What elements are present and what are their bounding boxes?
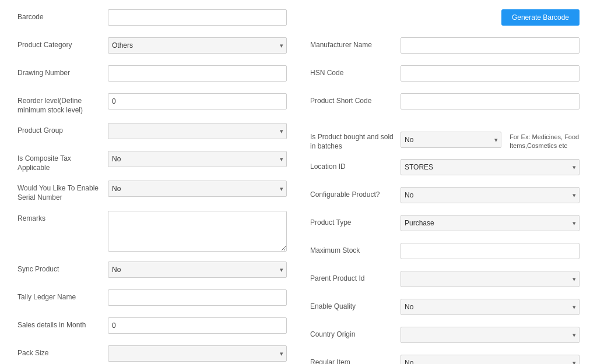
serial-number-control: No Yes	[108, 181, 287, 197]
regular-item-control: No Yes	[401, 355, 580, 364]
remarks-label: Remarks	[17, 211, 108, 224]
country-origin-select[interactable]: India China USA	[401, 327, 580, 343]
hsn-code-row: HSN Code	[310, 65, 580, 85]
tally-ledger-input[interactable]	[108, 289, 287, 306]
product-short-code-label: Product Short Code	[310, 93, 401, 106]
product-short-code-row: Product Short Code	[310, 93, 580, 113]
product-batches-inline: No Yes For Ex: Medicines, Food Items,Cos…	[401, 129, 580, 151]
product-short-code-input[interactable]	[401, 93, 580, 109]
remarks-textarea[interactable]	[108, 211, 287, 252]
manufacturer-name-input[interactable]	[401, 37, 580, 54]
enable-quality-select[interactable]: No Yes	[401, 299, 580, 315]
sync-product-label: Sync Product	[17, 261, 108, 274]
maximum-stock-input[interactable]	[401, 243, 580, 259]
barcode-control	[108, 9, 287, 26]
barcode-row: Barcode	[17, 9, 287, 29]
sync-product-select[interactable]: No Yes	[108, 261, 287, 278]
maximum-stock-label: Maximum Stock	[310, 243, 401, 256]
sync-product-select-wrapper: No Yes	[108, 261, 287, 278]
product-type-control: Purchase Sale Both	[401, 215, 580, 231]
tally-ledger-row: Tally Ledger Name	[17, 289, 287, 309]
product-category-select[interactable]: Others Electronics Food Medicines	[108, 37, 287, 54]
enable-quality-control: No Yes	[401, 299, 580, 315]
reorder-level-row: Reorder level(Define minimum stock level…	[17, 93, 287, 115]
manufacturer-name-control	[401, 37, 580, 54]
composite-tax-select[interactable]: No Yes	[108, 151, 287, 167]
pack-size-row: Pack Size 1 2 5 10	[17, 345, 287, 364]
location-id-label: Location ID	[310, 159, 401, 172]
configurable-product-select[interactable]: No Yes	[401, 187, 580, 203]
product-category-row: Product Category Others Electronics Food…	[17, 37, 287, 57]
product-type-label: Product Type	[310, 215, 401, 228]
drawing-number-label: Drawing Number	[17, 65, 108, 78]
enable-quality-row: Enable Quality No Yes	[310, 299, 580, 319]
pack-size-label: Pack Size	[17, 345, 108, 358]
country-origin-select-wrapper: India China USA	[401, 327, 580, 343]
drawing-number-input[interactable]	[108, 65, 287, 82]
product-type-select[interactable]: Purchase Sale Both	[401, 215, 580, 231]
enable-quality-label: Enable Quality	[310, 299, 401, 312]
manufacturer-name-label: Manufacturer Name	[310, 37, 401, 50]
sales-details-control	[108, 317, 287, 334]
barcode-label: Barcode	[17, 9, 108, 22]
sync-product-control: No Yes	[108, 261, 287, 278]
maximum-stock-row: Maximum Stock	[310, 243, 580, 263]
serial-number-row: Would You Like To Enable Serial Number N…	[17, 181, 287, 202]
pack-size-control: 1 2 5 10	[108, 345, 287, 362]
drawing-number-control	[108, 65, 287, 82]
regular-item-label: Regular Item	[310, 355, 401, 364]
manufacturer-name-row: Manufacturer Name	[310, 37, 580, 57]
generate-barcode-row: Generate Barcode	[310, 9, 580, 29]
product-batches-note: For Ex: Medicines, Food Items,Cosmetics …	[510, 129, 580, 151]
composite-tax-label: Is Composite Tax Applicable	[17, 151, 108, 172]
remarks-control	[108, 211, 287, 253]
product-batches-control: No Yes For Ex: Medicines, Food Items,Cos…	[401, 129, 580, 151]
sales-details-label: Sales details in Month	[17, 317, 108, 330]
maximum-stock-control	[401, 243, 580, 259]
product-type-select-wrapper: Purchase Sale Both	[401, 215, 580, 231]
drawing-number-row: Drawing Number	[17, 65, 287, 85]
country-origin-row: Country Origin India China USA	[310, 327, 580, 347]
product-batches-row: Is Product bought and sold in batches No…	[310, 129, 580, 151]
product-type-row: Product Type Purchase Sale Both	[310, 215, 580, 235]
reorder-level-label: Reorder level(Define minimum stock level…	[17, 93, 108, 115]
configurable-product-control: No Yes	[401, 187, 580, 203]
location-id-select-wrapper: STORES WAREHOUSE SHOP	[401, 159, 580, 175]
serial-number-label: Would You Like To Enable Serial Number	[17, 181, 108, 202]
parent-product-id-select[interactable]: Product 1 Product 2	[401, 271, 580, 287]
location-id-control: STORES WAREHOUSE SHOP	[401, 159, 580, 175]
product-batches-label: Is Product bought and sold in batches	[310, 129, 401, 151]
composite-tax-select-wrapper: No Yes	[108, 151, 287, 167]
configurable-product-row: Configurable Product? No Yes	[310, 187, 580, 207]
pack-size-select[interactable]: 1 2 5 10	[108, 345, 287, 362]
location-id-select[interactable]: STORES WAREHOUSE SHOP	[401, 159, 580, 175]
hsn-code-label: HSN Code	[310, 65, 401, 78]
pack-size-select-wrapper: 1 2 5 10	[108, 345, 287, 362]
product-group-row: Product Group Group A Group B	[17, 123, 287, 143]
serial-number-select[interactable]: No Yes	[108, 181, 287, 197]
parent-product-id-control: Product 1 Product 2	[401, 271, 580, 287]
regular-item-select[interactable]: No Yes	[401, 355, 580, 364]
sales-details-input[interactable]	[108, 317, 287, 334]
regular-item-row: Regular Item No Yes	[310, 355, 580, 364]
parent-product-id-select-wrapper: Product 1 Product 2	[401, 271, 580, 287]
location-id-row: Location ID STORES WAREHOUSE SHOP	[310, 159, 580, 179]
configurable-product-label: Configurable Product?	[310, 187, 401, 200]
product-short-code-control	[401, 93, 580, 109]
product-group-control: Group A Group B	[108, 123, 287, 139]
tally-ledger-control	[108, 289, 287, 306]
parent-product-id-row: Parent Product Id Product 1 Product 2	[310, 271, 580, 291]
product-group-select[interactable]: Group A Group B	[108, 123, 287, 139]
reorder-level-control	[108, 93, 287, 109]
reorder-level-input[interactable]	[108, 93, 287, 109]
enable-quality-select-wrapper: No Yes	[401, 299, 580, 315]
product-batches-select[interactable]: No Yes	[401, 132, 501, 148]
generate-barcode-button[interactable]: Generate Barcode	[501, 9, 580, 26]
hsn-code-input[interactable]	[401, 65, 580, 82]
regular-item-select-wrapper: No Yes	[401, 355, 580, 364]
barcode-input[interactable]	[108, 9, 287, 26]
parent-product-id-label: Parent Product Id	[310, 271, 401, 284]
composite-tax-row: Is Composite Tax Applicable No Yes	[17, 151, 287, 172]
sales-details-row: Sales details in Month	[17, 317, 287, 337]
serial-number-select-wrapper: No Yes	[108, 181, 287, 197]
